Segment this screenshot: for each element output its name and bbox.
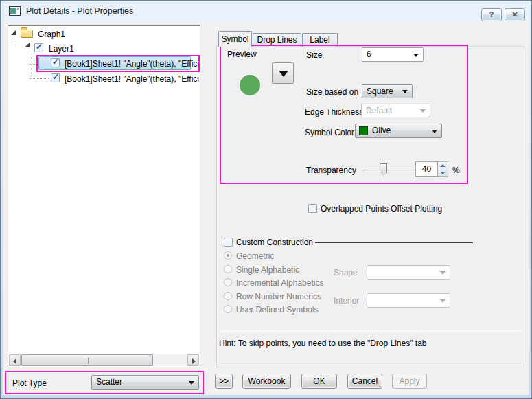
layer1-checkbox[interactable]: ✓ [34,43,43,52]
tree-h-scrollbar[interactable] [9,354,199,366]
chevron-down-icon [189,381,194,385]
radio-geometric-label: Geometric [236,251,274,261]
symbol-color-select[interactable]: Olive [355,124,442,138]
scrollbar-thumb[interactable] [21,354,153,366]
overlapped-points-checkbox[interactable] [308,204,317,213]
ok-button[interactable]: OK [301,374,337,389]
size-based-on-select[interactable]: Square [362,84,413,98]
transparency-input[interactable]: 40 [415,161,438,177]
radio-incremental-alphabetics-label: Incremental Alphabetics [236,278,323,288]
interior-select [367,293,450,308]
tree-item-graph1[interactable]: Graph1 [38,30,65,39]
folder-icon [21,30,33,38]
close-icon[interactable]: ✕ [505,8,525,21]
tree-connector [30,78,49,79]
scroll-left-icon[interactable] [9,354,21,366]
plot-details-dialog: Plot Details - Plot Properties ? ✕ Graph… [0,0,532,399]
size-based-on-label: Size based on [306,87,358,97]
size-value: 6 [367,49,371,59]
shape-label: Shape [334,268,358,277]
title-bar[interactable]: Plot Details - Plot Properties ? ✕ [1,1,531,21]
expand-icon-layer1[interactable] [25,43,30,47]
scroll-right-icon[interactable] [187,354,199,366]
chevron-down-icon [432,130,437,133]
symbol-color-label: Symbol Color [305,128,354,137]
overlapped-points-label: Overlapped Points Offset Plotting [321,204,442,214]
check-icon: ✓ [36,42,43,52]
hint-text: Hint: To skip points, you need to use th… [219,339,426,348]
custom-construction-checkbox[interactable] [224,238,233,247]
chevron-down-icon [440,271,446,275]
symbol-preview [240,75,260,95]
preview-label: Preview [227,49,257,59]
symbol-gallery-button[interactable] [272,62,294,84]
workbook-button[interactable]: Workbook [242,374,291,389]
chevron-down-icon [413,54,419,57]
tab-symbol[interactable]: Symbol [218,31,252,47]
edge-thickness-label: Edge Thickness [305,107,363,117]
grip-icon [84,358,90,364]
radio-row-number-numerics [224,292,232,300]
radio-incremental-alphabetics [224,278,232,286]
shape-select [367,265,450,280]
check-icon: ✓ [52,72,59,82]
tree-connector [30,54,30,78]
radio-single-alphabetic [224,265,232,273]
plot-type-select[interactable]: Scatter [91,375,199,390]
cancel-button[interactable]: Cancel [347,374,382,389]
transparency-unit: % [452,166,460,175]
window-title: Plot Details - Plot Properties [26,6,133,16]
app-icon [9,6,21,16]
radio-user-defined-symbols [224,305,232,313]
annotation-box-tree-item [36,55,200,72]
expand-icon-graph1[interactable] [11,30,16,35]
radio-geometric [224,251,232,260]
chevron-down-icon [420,109,426,113]
hint-divider [219,331,521,332]
section-divider [315,242,473,243]
custom-construction-label: Custom Construction [236,238,313,247]
tree-item-plot2[interactable]: [Book1]Sheet1! "Angle"(theta), "Efficie' [65,74,199,84]
radio-row-number-numerics-label: Row Number Numerics [236,292,321,301]
transparency-stepper[interactable] [438,161,448,177]
chevron-down-icon [402,90,408,93]
interior-label: Interior [334,296,359,306]
size-select[interactable]: 6 [362,47,424,62]
plot-type-value: Scatter [96,377,122,387]
expand-dialog-button[interactable]: >> [215,374,233,389]
plot-type-label: Plot Type [12,378,47,388]
radio-single-alphabetic-label: Single Alphabetic [236,265,299,275]
tree-connector [16,41,16,47]
transparency-label: Transparency [306,166,356,175]
size-label: Size [306,50,322,60]
help-button[interactable]: ? [481,8,502,21]
plot2-checkbox[interactable]: ✓ [51,73,60,82]
edge-thickness-select: Default [361,104,430,117]
symbol-color-value: Olive [372,126,391,135]
tree-item-layer1[interactable]: Layer1 [49,44,74,54]
color-swatch [359,126,368,135]
edge-thickness-value: Default [366,106,392,115]
radio-user-defined-symbols-label: User Defined Symbols [236,305,318,315]
apply-button: Apply [392,374,427,389]
chevron-down-icon [440,299,446,303]
size-based-on-value: Square [367,87,393,96]
